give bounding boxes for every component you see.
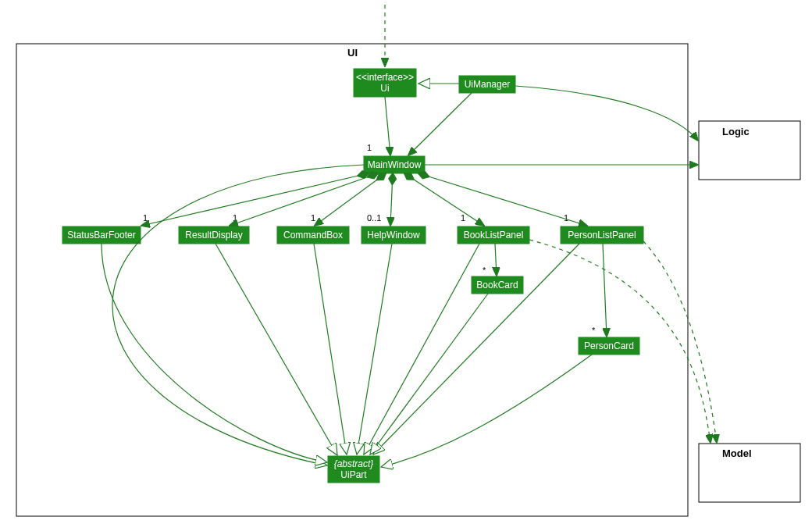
node-command-box-name: CommandBox	[283, 230, 343, 241]
edge-uimanager-to-mainwindow	[408, 93, 472, 155]
edge-blp-bc	[495, 244, 497, 276]
package-logic	[699, 121, 800, 180]
package-logic-label: Logic	[722, 126, 750, 137]
edge-plp-pc	[603, 244, 607, 337]
node-book-list-panel-name: BookListPanel	[464, 230, 524, 241]
mult-hw: 0..1	[367, 213, 381, 223]
uml-diagram: UI Logic Model <<interface>> Ui UiManage…	[0, 0, 812, 524]
edge-hw-uipart	[357, 244, 392, 454]
node-book-card-name: BookCard	[476, 280, 518, 291]
package-ui	[16, 44, 688, 516]
edge-blp-uipart	[364, 244, 479, 454]
mult-rd: 1	[233, 213, 237, 223]
mult-cb: 1	[311, 213, 315, 223]
mult-blp: 1	[461, 213, 465, 223]
node-help-window-name: HelpWindow	[367, 230, 420, 241]
edge-uimanager-to-logic	[515, 86, 698, 141]
node-result-display-name: ResultDisplay	[185, 230, 242, 241]
node-ui-interface-name: Ui	[380, 83, 389, 94]
node-ui-part-stereotype: {abstract}	[334, 458, 374, 469]
edge-mw-uipart	[112, 165, 364, 465]
edge-mw-hw	[390, 173, 393, 226]
node-person-card-name: PersonCard	[584, 340, 634, 351]
package-ui-label: UI	[347, 47, 358, 59]
edge-mw-rd	[230, 173, 378, 226]
package-model-label: Model	[722, 447, 752, 459]
node-main-window-name: MainWindow	[368, 159, 422, 170]
node-ui-part-name: UiPart	[340, 469, 367, 480]
mult-mainwindow: 1	[367, 143, 372, 152]
edge-plp-uipart	[373, 244, 579, 454]
mult-pc: *	[592, 326, 596, 335]
edge-mw-sbf	[141, 173, 369, 226]
edge-sbf-uipart	[102, 244, 327, 462]
node-ui-interface-stereotype: <<interface>>	[356, 72, 414, 83]
edge-pc-uipart	[381, 355, 592, 467]
node-status-bar-footer-name: StatusBarFooter	[67, 230, 135, 241]
mult-plp: 1	[564, 213, 568, 223]
edge-ui-to-mainwindow	[385, 97, 390, 155]
mult-sbf: 1	[143, 213, 148, 223]
node-person-list-panel-name: PersonListPanel	[568, 230, 636, 241]
node-ui-manager-name: UiManager	[465, 79, 511, 90]
edge-bc-uipart	[370, 294, 488, 454]
mult-bc: *	[483, 266, 486, 275]
edge-plp-model	[643, 241, 717, 443]
